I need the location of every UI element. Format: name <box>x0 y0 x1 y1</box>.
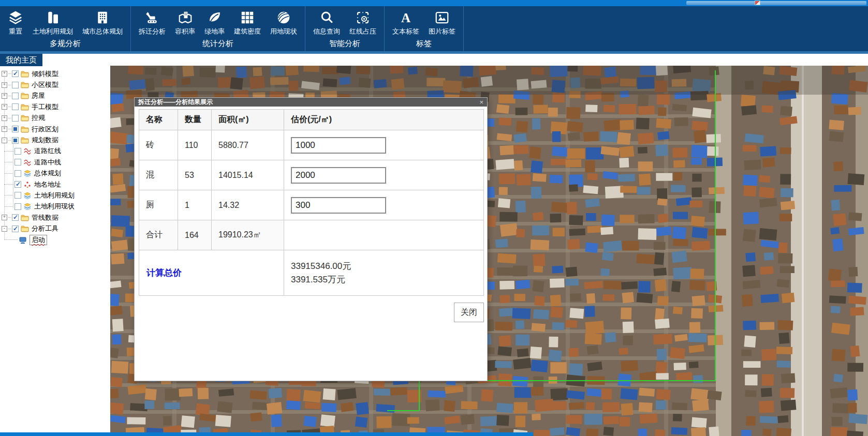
toolbar-button[interactable]: A文本标签 <box>392 10 419 36</box>
tree-expand-toggle[interactable] <box>2 115 7 121</box>
monitor-icon <box>19 236 27 244</box>
toolbar-button[interactable]: 容积率 <box>175 10 195 36</box>
cell-name: 厕 <box>139 190 178 220</box>
folder-icon <box>21 114 29 122</box>
price-input[interactable] <box>291 167 386 184</box>
table-total-row: 合计16419910.23㎡ <box>139 220 484 250</box>
tree-checkbox[interactable] <box>12 137 19 144</box>
folder-icon <box>21 214 29 222</box>
tree-checkbox[interactable] <box>12 70 19 77</box>
toolbar-button[interactable]: 信息查询 <box>313 10 340 36</box>
calculate-total-link[interactable]: 计算总价 <box>139 250 284 296</box>
toolbar-button[interactable]: 城市总体规划 <box>82 10 123 36</box>
dialog-title: 拆迁分析——分析结果展示 <box>138 98 213 107</box>
toolbar-group-label: 标签 <box>416 39 432 49</box>
tree-checkbox[interactable] <box>14 148 21 155</box>
toolbar-button[interactable]: 土地利用规划 <box>33 10 73 36</box>
close-icon[interactable]: × <box>479 98 483 107</box>
tree-item[interactable]: 行政区划 <box>0 124 110 134</box>
price-input[interactable] <box>291 197 386 214</box>
toolbar-button[interactable]: 用地现状 <box>270 10 297 36</box>
tree-item-label: 行政区划 <box>32 125 58 134</box>
table-row: 混5314015.14 <box>139 160 484 190</box>
tree-checkbox[interactable] <box>12 126 19 132</box>
tree-item[interactable]: 道路中线 <box>0 157 110 168</box>
tree-checkbox[interactable] <box>14 170 21 177</box>
tree-item[interactable]: 管线数据 <box>0 212 110 223</box>
tree-item-label: 土地利用现状 <box>34 202 75 211</box>
total-wanyuan: 3391.535万元 <box>291 273 483 287</box>
price-input[interactable] <box>291 137 386 154</box>
tree-item[interactable]: 分析工具 <box>0 223 110 234</box>
tree-item[interactable]: 土地利用规划 <box>0 190 110 201</box>
tree-expand-toggle[interactable] <box>2 226 7 232</box>
folder-icon <box>21 81 29 89</box>
grand-total-row: 计算总价33915346.00元3391.535万元 <box>139 250 484 296</box>
tree-checkbox[interactable] <box>12 103 19 110</box>
toolbar-button-label: 容积率 <box>175 27 195 36</box>
analysis-result-table: 名称数量面积(㎡)估价(元/㎡)砖1105880.77混5314015.14厕1… <box>139 109 484 296</box>
tree-item[interactable]: 地名地址 <box>0 179 110 190</box>
layer-tree-panel: 倾斜模型小区模型房屋手工模型控规行政区划规划数据道路红线道路中线总体规划地名地址… <box>0 66 110 432</box>
tree-item-label: 分析工具 <box>32 224 58 233</box>
search-icon <box>319 10 334 25</box>
toolbar-button-label: 建筑密度 <box>234 27 261 36</box>
tree-checkbox[interactable] <box>14 192 21 199</box>
text-label-icon: A <box>398 10 414 25</box>
tree-item[interactable]: 总体规划 <box>0 168 110 179</box>
folder-icon <box>21 103 29 111</box>
tree-checkbox[interactable] <box>12 225 19 232</box>
tree-item-label: 道路红线 <box>34 146 61 156</box>
layers-small-icon <box>23 202 32 211</box>
toolbar-group-label: 多规分析 <box>50 39 81 49</box>
tree-item-label: 手工模型 <box>32 102 58 112</box>
cell-name: 混 <box>139 160 178 190</box>
tree-item[interactable]: 控规 <box>0 113 110 124</box>
tree-checkbox[interactable] <box>14 159 21 166</box>
tree-expand-toggle[interactable] <box>2 82 7 88</box>
tree-checkbox[interactable] <box>12 214 19 221</box>
toolbar-group: A文本标签图片标签标签 <box>385 6 464 51</box>
tree-item[interactable]: 房屋 <box>0 91 110 101</box>
toolbar-button-label: 用地现状 <box>270 27 297 36</box>
tab-my-homepage[interactable]: 我的主页 <box>0 54 42 66</box>
toolbar-button[interactable]: 图片标签 <box>429 10 455 36</box>
polyline-red-icon <box>23 147 32 155</box>
toolbar-button-label: 城市总体规划 <box>82 27 123 36</box>
table-header-row: 名称数量面积(㎡)估价(元/㎡) <box>139 110 484 130</box>
tree-item[interactable]: 规划数据 <box>0 134 110 145</box>
close-button[interactable]: 关闭 <box>454 303 484 322</box>
total-yuan: 33915346.00元 <box>291 260 483 273</box>
tree-item[interactable]: 道路红线 <box>0 146 110 157</box>
toolbar-button[interactable]: 重置 <box>8 10 23 36</box>
toolbar-button[interactable]: 拆迁分析 <box>139 10 166 36</box>
tree-checkbox[interactable] <box>12 115 19 122</box>
toolbar-button[interactable]: 建筑密度 <box>234 10 261 36</box>
tree-checkbox[interactable] <box>12 82 19 88</box>
tree-expand-toggle[interactable] <box>2 126 7 132</box>
tree-item[interactable]: 倾斜模型 <box>0 68 110 79</box>
tree-item[interactable]: 土地利用现状 <box>0 201 110 212</box>
folder-icon <box>21 224 29 233</box>
status-bar <box>0 432 533 436</box>
city-building-icon <box>95 10 110 25</box>
tree-expand-toggle[interactable] <box>2 104 7 110</box>
tree-item[interactable]: 小区模型 <box>0 79 110 90</box>
column-header: 名称 <box>139 110 178 130</box>
tree-item-label: 小区模型 <box>32 80 58 89</box>
tree-item[interactable]: 手工模型 <box>0 101 110 112</box>
tree-item-label: 道路中线 <box>34 158 61 167</box>
tree-checkbox[interactable] <box>12 93 19 99</box>
tree-expand-toggle[interactable] <box>2 71 7 77</box>
tree-checkbox[interactable] <box>14 203 21 210</box>
tree-expand-toggle[interactable] <box>2 215 7 220</box>
tree-expand-toggle[interactable] <box>2 93 7 99</box>
tree-item[interactable]: 启动 <box>0 234 110 245</box>
cell-name: 合计 <box>139 220 178 250</box>
tree-expand-toggle[interactable] <box>2 138 7 143</box>
toolbar-button[interactable]: 红线占压 <box>349 10 376 36</box>
tree-checkbox[interactable] <box>14 181 21 188</box>
toolbar-button[interactable]: 绿地率 <box>204 10 225 36</box>
cell-count: 53 <box>178 160 212 190</box>
layers-small-icon <box>23 191 32 200</box>
